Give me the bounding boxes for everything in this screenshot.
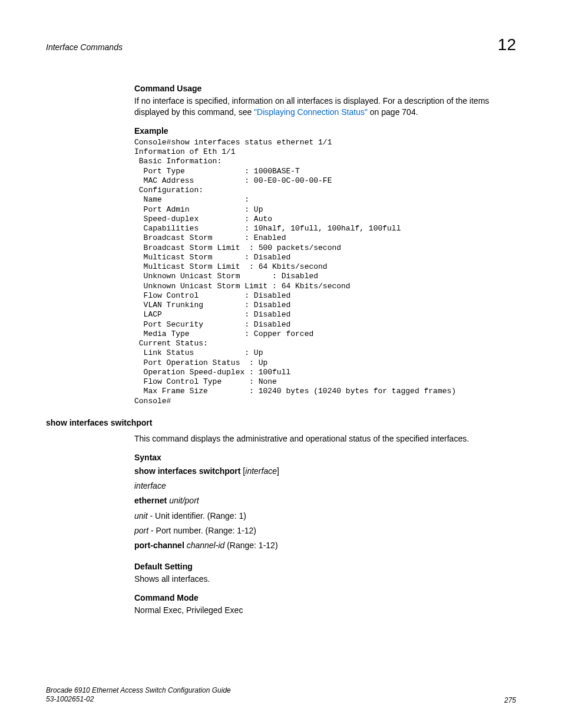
page-footer: Brocade 6910 Ethernet Access Switch Conf… [46, 686, 516, 704]
syntax-unit-line: unit - Unit identifier. (Range: 1) [134, 510, 516, 522]
unit-desc: - Unit identifier. (Range: 1) [148, 511, 246, 521]
example-heading: Example [134, 126, 516, 136]
connection-status-link[interactable]: "Displaying Connection Status" [254, 107, 368, 117]
unit-italic: unit [134, 511, 148, 521]
default-setting-text: Shows all interfaces. [134, 574, 516, 585]
channelid-italic: channel-id [187, 541, 225, 550]
unit-port-italic: unit/port [169, 496, 199, 505]
ethernet-bold: ethernet [134, 496, 167, 505]
syntax-ethernet-line: ethernet unit/port [134, 495, 516, 506]
footer-guide-title: Brocade 6910 Ethernet Access Switch Conf… [46, 686, 231, 696]
syntax-command-line: show interfaces switchport [interface] [134, 465, 516, 477]
default-setting-heading: Default Setting [134, 562, 516, 571]
command-usage-heading: Command Usage [134, 84, 516, 93]
syntax-heading: Syntax [134, 453, 516, 462]
command-mode-text: Normal Exec, Privileged Exec [134, 605, 516, 616]
syntax-interface-param: interface [245, 466, 277, 476]
interface-italic: interface [134, 481, 166, 490]
console-output: Console#show interfaces status ethernet … [134, 138, 516, 406]
port-desc: - Port number. (Range: 1-12) [148, 526, 256, 535]
syntax-cmd-bold: show interfaces switchport [134, 466, 240, 476]
header-title: Interface Commands [46, 42, 123, 52]
command-usage-text: If no interface is specified, informatio… [134, 95, 516, 118]
command-description: This command displays the administrative… [134, 433, 516, 444]
footer-doc-number: 53-1002651-02 [46, 695, 231, 704]
page-header: Interface Commands 12 [46, 35, 516, 54]
chapter-number: 12 [498, 35, 516, 54]
portchannel-bold: port-channel [134, 541, 184, 550]
command-name: show interfaces switchport [46, 418, 516, 427]
command-mode-heading: Command Mode [134, 593, 516, 602]
port-italic: port [134, 526, 148, 535]
page-number: 275 [504, 696, 516, 704]
syntax-interface-label: interface [134, 480, 516, 492]
usage-text-after: on page 704. [368, 107, 418, 117]
syntax-portchannel-line: port-channel channel-id (Range: 1-12) [134, 539, 516, 551]
syntax-port-line: port - Port number. (Range: 1-12) [134, 525, 516, 536]
channel-range: (Range: 1-12) [224, 541, 277, 550]
footer-left: Brocade 6910 Ethernet Access Switch Conf… [46, 686, 231, 704]
